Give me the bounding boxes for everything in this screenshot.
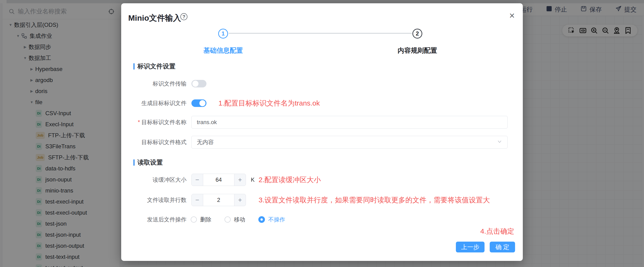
post-send-action-label: 发送后文件操作 xyxy=(147,216,186,223)
step-1-label[interactable]: 基础信息配置 xyxy=(204,46,243,55)
radio-option[interactable]: 不操作 xyxy=(258,216,285,223)
required-asterisk: * xyxy=(138,119,140,125)
annotation-1: 1.配置目标标识文件名为trans.ok xyxy=(218,99,320,108)
read-buffer-size-stepper: − 64 + xyxy=(192,174,246,186)
help-icon[interactable]: ? xyxy=(180,13,188,20)
flag-transfer-label: 标识文件传输 xyxy=(153,80,186,87)
file-read-parallel-stepper: − 2 + xyxy=(192,194,246,206)
row-gen-target-flag: 生成目标标识文件 1.配置目标标识文件名为trans.ok xyxy=(121,97,523,110)
step-1-circle: 1 xyxy=(218,29,228,39)
increase-button[interactable]: + xyxy=(234,174,246,186)
section-bar xyxy=(134,159,134,166)
post-send-action-group: 删除移动不操作 xyxy=(191,213,285,226)
confirm-button[interactable]: 确 定 xyxy=(490,242,515,252)
annotation-4: 4.点击确定 xyxy=(480,226,514,236)
step-2-circle: 2 xyxy=(412,29,422,39)
radio-label: 移动 xyxy=(234,216,245,223)
target-flag-name-input[interactable]: trans.ok xyxy=(192,116,508,129)
increase-button[interactable]: + xyxy=(234,194,246,206)
step-2-label[interactable]: 内容规则配置 xyxy=(398,46,437,55)
radio-option[interactable]: 删除 xyxy=(191,216,212,223)
decrease-button[interactable]: − xyxy=(192,174,203,186)
row-flag-transfer: 标识文件传输 xyxy=(121,77,523,90)
flag-transfer-switch[interactable] xyxy=(192,80,206,87)
file-read-parallel-value[interactable]: 2 xyxy=(203,194,234,206)
chevron-down-icon xyxy=(496,138,502,146)
gen-target-flag-switch[interactable] xyxy=(192,99,206,107)
file-read-parallel-label: 文件读取并行数 xyxy=(147,196,186,204)
target-flag-name-label: *目标标识文件名称 xyxy=(138,118,186,126)
radio-option[interactable]: 移动 xyxy=(224,216,245,223)
unit-label: K xyxy=(251,176,254,183)
section-bar xyxy=(134,63,134,70)
app-root: 输入作业名称搜索 ▼数据引入层(ODS)▼集成作业▶数据同步▼数据加工▶Hype… xyxy=(0,0,644,267)
read-buffer-size-label: 读缓冲区大小 xyxy=(153,176,186,184)
radio-circle-icon xyxy=(258,216,265,223)
previous-step-button[interactable]: 上一步 xyxy=(456,242,484,252)
target-flag-format-select[interactable]: 无内容 xyxy=(192,136,508,149)
radio-circle-icon xyxy=(224,216,231,222)
radio-label: 不操作 xyxy=(268,216,285,223)
read-buffer-size-value[interactable]: 64 xyxy=(203,174,234,186)
radio-circle-icon xyxy=(191,216,197,222)
annotation-2: 2.配置读缓冲区大小 xyxy=(258,175,321,185)
row-target-flag-format: 目标标识文件格式 无内容 xyxy=(121,136,523,149)
row-read-buffer-size: 读缓冲区大小 − 64 + K 2.配置读缓冲区大小 xyxy=(121,174,523,186)
minio-input-dialog: Minio文件输入 ? × 1 2 基础信息配置 内容规则配置 标识文件设置 标… xyxy=(121,3,523,261)
decrease-button[interactable]: − xyxy=(192,194,203,206)
row-file-read-parallel: 文件读取并行数 − 2 + 3.设置文件读取并行度，如果需要同时读取更多的文件，… xyxy=(121,194,523,206)
row-target-flag-name: *目标标识文件名称 trans.ok xyxy=(121,116,523,129)
section-flag-file-settings: 标识文件设置 xyxy=(134,62,176,71)
radio-label: 删除 xyxy=(200,216,212,223)
gen-target-flag-label: 生成目标标识文件 xyxy=(142,99,186,107)
dialog-title: Minio文件输入 xyxy=(128,13,181,24)
step-connector xyxy=(229,33,412,34)
target-flag-format-label: 目标标识文件格式 xyxy=(142,138,186,146)
close-icon[interactable]: × xyxy=(507,10,517,21)
section-read-settings: 读取设置 xyxy=(134,158,163,167)
annotation-3: 3.设置文件读取并行度，如果需要同时读取更多的文件，需要将该值设置大 xyxy=(258,195,490,205)
row-post-send-action: 发送后文件操作 删除移动不操作 xyxy=(121,213,523,226)
